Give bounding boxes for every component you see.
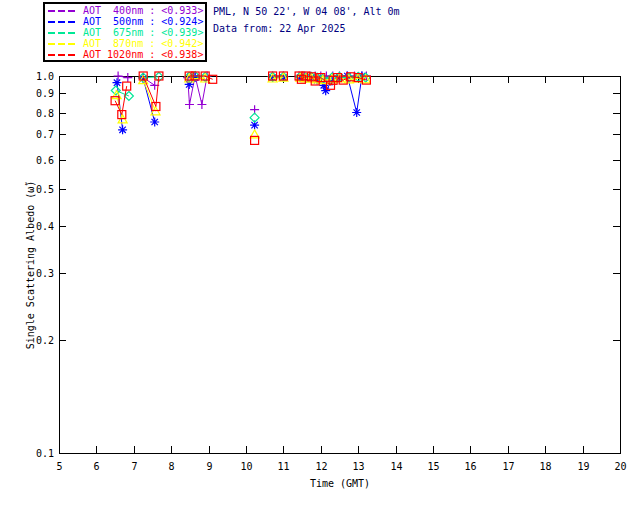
legend-label: AOT 400nm : <0.933> <box>83 6 203 16</box>
y-tick-label: 0.1 <box>36 448 54 459</box>
ssa-plot-page: 5678910111213141516171819201.00.90.80.70… <box>0 0 640 512</box>
legend-dash-icon <box>48 54 78 56</box>
y-tick-label: 0.3 <box>36 268 54 279</box>
y-axis-title: Single Scattering Albedo (ω̃) <box>25 181 36 350</box>
data-date-header: Data from: 22 Apr 2025 <box>213 23 345 35</box>
y-tick-label: 0.7 <box>36 129 54 140</box>
legend-dash-icon <box>48 43 78 45</box>
x-tick-label: 9 <box>206 461 212 472</box>
legend-row-aot-1020nm: AOT 1020nm : <0.938> <box>45 49 205 60</box>
x-tick-label: 18 <box>539 461 551 472</box>
legend-label: AOT 870nm : <0.942> <box>83 39 203 49</box>
x-tick-label: 15 <box>427 461 439 472</box>
legend-row-aot-675nm: AOT 675nm : <0.939> <box>45 28 205 39</box>
series-aot-1020nm <box>111 72 370 144</box>
x-tick-label: 16 <box>464 461 476 472</box>
legend-box: AOT 400nm : <0.933>AOT 500nm : <0.924>AO… <box>43 2 207 62</box>
x-tick-label: 8 <box>168 461 174 472</box>
legend-row-aot-870nm: AOT 870nm : <0.942> <box>45 38 205 49</box>
x-tick-label: 13 <box>352 461 364 472</box>
legend-dash-icon <box>48 21 78 23</box>
legend-dash-icon <box>48 32 78 34</box>
legend-row-aot-400nm: AOT 400nm : <0.933> <box>45 6 205 17</box>
y-tick-label: 0.5 <box>36 184 54 195</box>
y-tick-label: 0.8 <box>36 108 54 119</box>
y-tick-label: 1.0 <box>36 71 54 82</box>
x-axis: 567891011121314151617181920 <box>56 76 626 472</box>
x-tick-label: 20 <box>614 461 626 472</box>
x-tick-label: 5 <box>56 461 62 472</box>
x-tick-label: 11 <box>277 461 289 472</box>
x-tick-label: 7 <box>131 461 137 472</box>
legend-row-aot-500nm: AOT 500nm : <0.924> <box>45 17 205 28</box>
legend-label: AOT 500nm : <0.924> <box>83 17 203 27</box>
y-tick-label: 0.2 <box>36 335 54 346</box>
x-tick-label: 12 <box>315 461 327 472</box>
y-tick-label: 0.9 <box>36 88 54 99</box>
plot-frame <box>60 77 621 454</box>
legend-label: AOT 1020nm : <0.938> <box>83 50 203 60</box>
x-tick-label: 6 <box>93 461 99 472</box>
y-tick-label: 0.4 <box>36 221 54 232</box>
chart-svg: 5678910111213141516171819201.00.90.80.70… <box>0 0 640 512</box>
x-tick-label: 17 <box>502 461 514 472</box>
x-axis-title: Time (GMT) <box>310 478 370 489</box>
x-tick-label: 10 <box>240 461 252 472</box>
x-tick-label: 14 <box>390 461 402 472</box>
x-tick-label: 19 <box>577 461 589 472</box>
legend-dash-icon <box>48 10 78 12</box>
legend-label: AOT 675nm : <0.939> <box>83 28 203 38</box>
site-location-header: PML, N 50 22', W 04 08', Alt 0m <box>213 6 400 18</box>
y-tick-label: 0.6 <box>36 155 54 166</box>
